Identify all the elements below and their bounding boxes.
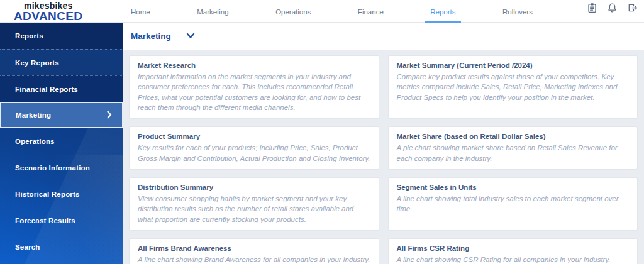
chevron-right-icon	[107, 111, 112, 120]
card-description: A line chart showing Brand Awareness for…	[138, 255, 370, 264]
sidebar-item-scenario-information[interactable]: Scenario Information	[0, 155, 123, 181]
sidebar-item-search[interactable]: Search	[0, 234, 123, 260]
sidebar-item-label: Financial Reports	[15, 85, 78, 93]
card-title: Product Summary	[138, 133, 370, 140]
card-distribution-summary[interactable]: Distribution SummaryView consumer shoppi…	[129, 177, 379, 231]
nav-item-marketing[interactable]: Marketing	[192, 8, 234, 23]
nav-item-operations[interactable]: Operations	[270, 8, 316, 23]
top-header: mikesbikes ADVANCED HomeMarketingOperati…	[0, 0, 644, 23]
sidebar: ReportsKey ReportsFinancial ReportsMarke…	[0, 23, 123, 264]
nav-item-reports[interactable]: Reports	[425, 8, 460, 23]
card-title: All Firms CSR Rating	[397, 245, 630, 252]
sidebar-item-label: Reports	[15, 32, 43, 40]
card-description: A line chart showing CSR Rating for all …	[397, 255, 630, 264]
card-title: Distribution Summary	[138, 184, 370, 191]
card-description: A line chart showing total industry sale…	[397, 194, 630, 214]
sidebar-item-reports[interactable]: Reports	[0, 23, 123, 49]
card-product-summary[interactable]: Product SummaryKey results for each of y…	[129, 126, 379, 170]
section-header-marketing[interactable]: Marketing	[123, 23, 644, 50]
nav-item-rollovers[interactable]: Rollovers	[497, 8, 538, 23]
logout-icon[interactable]	[627, 3, 638, 13]
sidebar-item-key-reports[interactable]: Key Reports	[0, 49, 123, 75]
card-segment-sales-in-units[interactable]: Segment Sales in UnitsA line chart showi…	[388, 177, 638, 231]
card-description: Important information on the market segm…	[138, 72, 370, 113]
sidebar-item-label: Historical Reports	[15, 190, 80, 198]
sidebar-item-label: Key Reports	[15, 59, 59, 67]
brand-logo-line2: ADVANCED	[14, 11, 82, 21]
top-nav: HomeMarketingOperationsFinanceReportsRol…	[126, 0, 538, 23]
section-title: Marketing	[131, 31, 171, 41]
main-content: Marketing Market ResearchImportant infor…	[123, 23, 644, 264]
header-action-icons	[587, 3, 638, 13]
body-row: ReportsKey ReportsFinancial ReportsMarke…	[0, 23, 644, 264]
sidebar-item-label: Operations	[15, 138, 55, 145]
sidebar-item-financial-reports[interactable]: Financial Reports	[0, 75, 123, 102]
card-market-summary-current-period-2024[interactable]: Market Summary (Current Period /2024)Com…	[388, 55, 638, 119]
sidebar-item-label: Marketing	[16, 111, 51, 119]
card-title: All Firms Brand Awareness	[138, 245, 370, 252]
nav-item-home[interactable]: Home	[126, 8, 155, 23]
clipboard-icon[interactable]	[587, 3, 597, 13]
sidebar-item-historical-reports[interactable]: Historical Reports	[0, 181, 123, 207]
card-description: A pie chart showing market share based o…	[397, 143, 630, 163]
card-description: Compare key product results against thos…	[397, 72, 630, 102]
card-title: Market Summary (Current Period /2024)	[397, 62, 630, 69]
nav-item-finance[interactable]: Finance	[353, 8, 389, 23]
sidebar-item-label: Scenario Information	[15, 164, 90, 172]
card-title: Segment Sales in Units	[397, 184, 630, 191]
sidebar-item-operations[interactable]: Operations	[0, 128, 123, 155]
bell-icon[interactable]	[607, 3, 618, 13]
card-description: Key results for each of your products; i…	[138, 143, 370, 163]
card-title: Market Research	[138, 62, 370, 69]
card-market-share-based-on-retail-dollar-sales[interactable]: Market Share (based on Retail Dollar Sal…	[388, 126, 638, 170]
brand-logo[interactable]: mikesbikes ADVANCED	[14, 1, 82, 21]
sidebar-item-label: Forecast Results	[15, 217, 75, 224]
sidebar-item-forecast-results[interactable]: Forecast Results	[0, 207, 123, 234]
app-root: mikesbikes ADVANCED HomeMarketingOperati…	[0, 0, 644, 264]
chevron-down-icon	[186, 31, 195, 41]
card-all-firms-csr-rating[interactable]: All Firms CSR RatingA line chart showing…	[388, 238, 638, 264]
card-title: Market Share (based on Retail Dollar Sal…	[397, 133, 630, 140]
card-description: View consumer shopping habits by market …	[138, 194, 370, 224]
sidebar-item-marketing[interactable]: Marketing	[0, 102, 123, 128]
sidebar-item-label: Search	[15, 243, 40, 251]
card-market-research[interactable]: Market ResearchImportant information on …	[129, 55, 379, 119]
report-cards-grid: Market ResearchImportant information on …	[123, 50, 644, 264]
card-all-firms-brand-awareness[interactable]: All Firms Brand AwarenessA line chart sh…	[129, 238, 379, 264]
